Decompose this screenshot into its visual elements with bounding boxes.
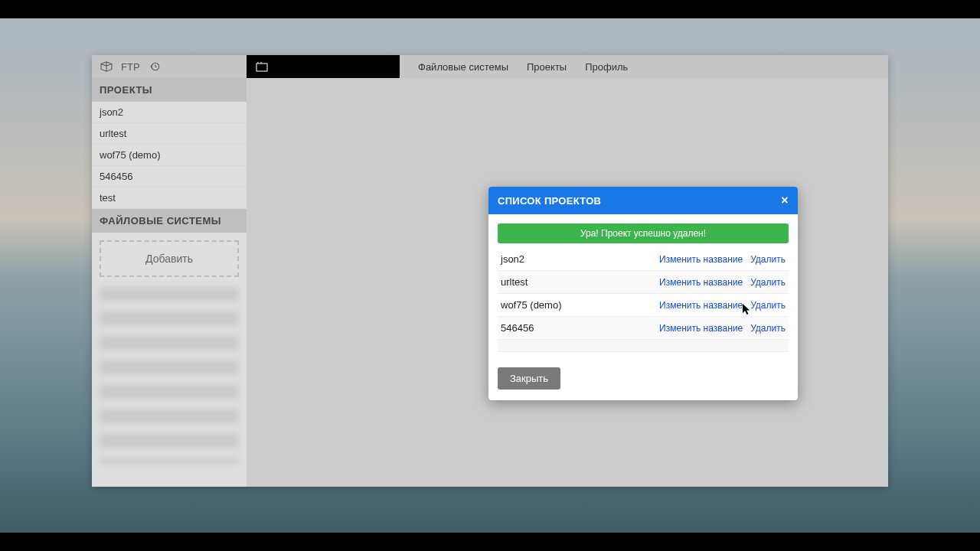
close-button[interactable]: Закрыть	[498, 367, 560, 390]
app-window: FTP ПРОЕКТЫ json2 urltest wof75 (demo) 5…	[92, 55, 888, 487]
history-icon[interactable]	[148, 61, 162, 72]
top-nav: Файловые системы Проекты Профиль	[400, 55, 888, 78]
modal-body: Ура! Проект успешно удален! json2 Измени…	[488, 214, 798, 361]
nav-projects[interactable]: Проекты	[527, 61, 567, 73]
sidebar-project-item[interactable]: wof75 (demo)	[92, 145, 247, 166]
rename-link[interactable]: Изменить название	[659, 254, 743, 265]
nav-profile[interactable]: Профиль	[585, 61, 628, 73]
project-row-empty	[498, 340, 789, 352]
project-name: json2	[501, 253, 652, 265]
main-area: Файловые системы Проекты Профиль СПИСОК …	[247, 55, 888, 487]
add-label: Добавить	[145, 253, 193, 265]
sidebar-project-list: json2 urltest wof75 (demo) 546456 test	[92, 102, 247, 209]
project-row: 546456 Изменить название Удалить	[498, 317, 789, 340]
cube-icon[interactable]	[100, 61, 113, 72]
modal-header: СПИСОК ПРОЕКТОВ ×	[488, 187, 798, 214]
projects-header: ПРОЕКТЫ	[92, 78, 247, 102]
project-row: json2 Изменить название Удалить	[498, 248, 789, 271]
project-row: wof75 (demo) Изменить название Удалить	[498, 294, 789, 317]
tab-icon	[256, 61, 268, 72]
top-bar: Файловые системы Проекты Профиль	[247, 55, 888, 78]
rename-link[interactable]: Изменить название	[659, 323, 743, 334]
delete-link[interactable]: Удалить	[750, 323, 786, 334]
sidebar-top-bar: FTP	[92, 55, 247, 78]
delete-link[interactable]: Удалить	[750, 277, 786, 288]
ftp-label[interactable]: FTP	[121, 61, 140, 73]
tab-active[interactable]	[247, 55, 400, 78]
sidebar-project-item[interactable]: json2	[92, 102, 247, 123]
rename-link[interactable]: Изменить название	[659, 300, 743, 311]
rename-link[interactable]: Изменить название	[659, 277, 743, 288]
project-name: wof75 (demo)	[501, 299, 652, 311]
sidebar-project-item[interactable]: test	[92, 187, 247, 209]
success-alert: Ура! Проект успешно удален!	[498, 223, 789, 243]
delete-link[interactable]: Удалить	[750, 254, 786, 265]
project-row: urltest Изменить название Удалить	[498, 271, 789, 294]
project-name: urltest	[501, 276, 652, 288]
sidebar: FTP ПРОЕКТЫ json2 urltest wof75 (demo) 5…	[92, 55, 247, 487]
close-icon[interactable]: ×	[781, 194, 789, 207]
modal-title: СПИСОК ПРОЕКТОВ	[498, 195, 601, 207]
sidebar-project-item[interactable]: urltest	[92, 123, 247, 145]
project-name: 546456	[501, 322, 652, 334]
filesystem-list-blurred	[100, 288, 239, 464]
projects-modal: СПИСОК ПРОЕКТОВ × Ура! Проект успешно уд…	[488, 187, 798, 400]
delete-link[interactable]: Удалить	[750, 300, 786, 311]
sidebar-project-item[interactable]: 546456	[92, 166, 247, 187]
svg-rect-1	[256, 64, 267, 71]
filesystems-header: ФАЙЛОВЫЕ СИСТЕМЫ	[92, 209, 247, 233]
nav-filesystems[interactable]: Файловые системы	[418, 61, 508, 73]
modal-footer: Закрыть	[488, 361, 798, 400]
add-filesystem-button[interactable]: Добавить	[100, 240, 239, 277]
